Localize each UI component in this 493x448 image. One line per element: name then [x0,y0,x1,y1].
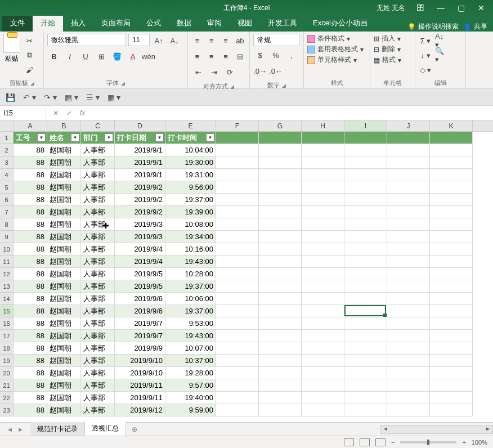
cell[interactable] [344,156,387,169]
cell[interactable]: 人事部 [81,379,115,392]
cell[interactable] [302,330,344,342]
cell[interactable]: 人事部 [81,206,115,218]
row-header-6[interactable]: 6 [0,194,14,206]
cell[interactable] [302,305,344,317]
cell[interactable] [344,144,387,156]
cell[interactable] [216,305,259,317]
cell[interactable] [344,169,387,181]
cell[interactable] [387,268,430,280]
cell[interactable] [387,392,430,404]
increase-indent-icon[interactable]: ⇥ [207,65,221,79]
cell[interactable] [216,206,259,218]
delete-cells-button[interactable]: ⊟ 删除 ▾ [374,44,411,54]
shrink-font-icon[interactable]: A↓ [168,34,181,47]
cell[interactable] [302,404,344,416]
cell[interactable] [387,218,430,231]
qat-open-icon[interactable]: ☰ ▾ [86,93,100,102]
cell[interactable] [430,305,473,317]
fill-color-icon[interactable]: 🪣 [110,50,124,63]
zoom-out-icon[interactable]: − [391,439,395,446]
filter-dropdown-icon[interactable]: ▼ [155,133,164,142]
align-bottom-icon[interactable]: ≡ [220,34,232,47]
cell[interactable] [387,404,430,416]
cell[interactable]: 赵国朝 [47,330,81,342]
tab-file[interactable]: 文件 [2,15,33,32]
col-header-G[interactable]: G [259,120,302,131]
find-select-icon[interactable]: 🔍 ▾ [434,48,448,62]
col-header-I[interactable]: I [344,120,387,131]
filter-dropdown-icon[interactable]: ▼ [71,133,79,142]
cell[interactable]: 赵国朝 [47,317,81,330]
sheet-tab-2[interactable]: 透视汇总 [85,422,126,437]
cell[interactable]: 赵国朝 [47,293,81,305]
cell[interactable]: 2019/9/5 [115,268,165,280]
cell[interactable] [216,144,259,156]
cell[interactable] [302,194,344,206]
cell[interactable]: 88 [14,144,47,156]
cell[interactable] [430,194,473,206]
cell[interactable] [302,379,344,392]
spreadsheet-grid[interactable]: 1工号▼姓名▼部门▼打卡日期▼打卡时间▼288赵国朝人事部2019/9/110:… [0,132,493,416]
cell[interactable]: 88 [14,231,47,243]
cell[interactable] [259,293,302,305]
cell[interactable] [216,256,259,268]
cell[interactable] [387,231,430,243]
user-name[interactable]: 无姓 无名 [377,3,405,13]
cell[interactable]: 19:37:00 [165,280,216,293]
cell[interactable]: 19:28:00 [165,367,216,379]
cell[interactable]: 10:28:00 [165,268,216,280]
cell[interactable] [302,231,344,243]
cell[interactable]: 88 [14,268,47,280]
font-name-select[interactable]: 微软雅黑 [47,34,126,46]
row-header-4[interactable]: 4 [0,169,14,181]
cell[interactable]: 10:16:00 [165,243,216,256]
tab-formula[interactable]: 公式 [138,15,169,32]
row-header-20[interactable]: 20 [0,367,14,379]
decrease-indent-icon[interactable]: ⇤ [191,65,205,79]
cell[interactable] [259,256,302,268]
tab-view[interactable]: 视图 [230,15,260,32]
cell[interactable] [302,132,344,144]
cell[interactable] [387,243,430,256]
filter-dropdown-icon[interactable]: ▼ [105,133,113,142]
cell[interactable]: 88 [14,367,47,379]
cell[interactable]: 2019/9/2 [115,206,165,218]
cell[interactable]: 88 [14,218,47,231]
cell[interactable] [344,256,387,268]
fx-icon[interactable]: fx [80,109,85,117]
cell[interactable] [344,268,387,280]
cell[interactable]: 赵国朝 [47,342,81,355]
cell[interactable] [259,367,302,379]
cell[interactable] [344,132,387,144]
cell[interactable]: 赵国朝 [47,181,81,194]
cell[interactable]: 88 [14,392,47,404]
cell[interactable] [259,392,302,404]
cell[interactable] [216,379,259,392]
cell[interactable] [430,243,473,256]
enter-icon[interactable]: ✓ [66,109,72,117]
cell[interactable] [387,156,430,169]
cell[interactable] [344,243,387,256]
cell[interactable]: 88 [14,379,47,392]
cell[interactable] [259,218,302,231]
cell[interactable]: 人事部 [81,194,115,206]
cell[interactable] [430,231,473,243]
cell[interactable]: 9:56:00 [165,181,216,194]
align-top-icon[interactable]: ≡ [191,34,203,47]
cell[interactable] [344,404,387,416]
maximize-icon[interactable]: ▢ [456,3,466,12]
dialog-launcher-icon[interactable]: ◢ [30,80,34,86]
cell[interactable] [259,156,302,169]
row-header-11[interactable]: 11 [0,256,14,268]
page-break-view-icon[interactable] [375,438,386,446]
insert-cells-button[interactable]: ⊞ 插入 ▾ [374,34,411,43]
percent-icon[interactable]: % [269,48,283,62]
cell[interactable]: 2019/9/3 [115,231,165,243]
cell[interactable]: 19:37:00 [165,305,216,317]
cell[interactable]: 人事部 [81,144,115,156]
format-cells-button[interactable]: ▦ 格式 ▾ [374,55,411,65]
cell[interactable]: 88 [14,243,47,256]
cell[interactable]: 人事部 [81,330,115,342]
cell[interactable]: 10:04:00 [165,144,216,156]
cell[interactable]: 人事部 [81,181,115,194]
